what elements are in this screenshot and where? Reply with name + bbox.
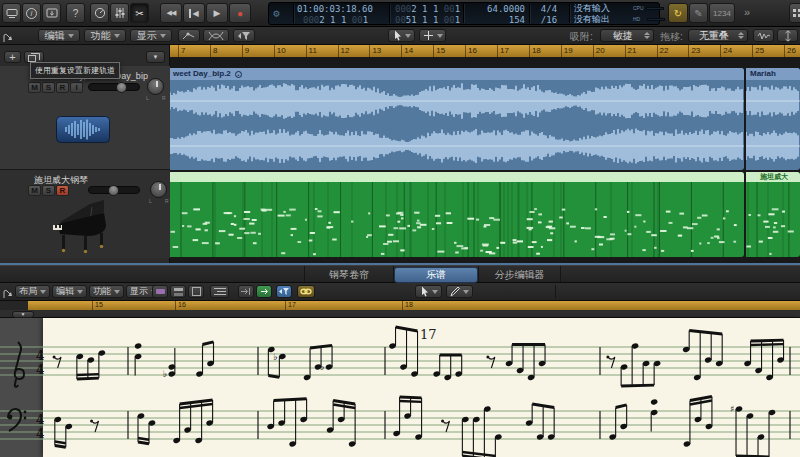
mixer-icon[interactable] — [110, 3, 129, 23]
grand-piano-image — [46, 192, 112, 258]
midi-region-header[interactable] — [170, 172, 744, 182]
display-icon[interactable] — [42, 3, 61, 23]
bar-tick — [285, 301, 286, 310]
rewind-button[interactable]: ◀◀ — [160, 3, 182, 23]
hd-meter: HD — [633, 16, 665, 22]
devices-icon[interactable] — [2, 3, 21, 23]
bar-number: 20 — [596, 46, 605, 55]
midi-region2-header[interactable]: 施坦威大 — [746, 172, 800, 182]
midi-out-icon[interactable] — [256, 285, 272, 298]
menu-functions[interactable]: 功能 — [84, 29, 126, 42]
track1-record-button[interactable]: R — [56, 82, 69, 93]
tab-step-editor[interactable]: 分步编辑器 — [479, 266, 560, 284]
view-page-icon[interactable] — [188, 285, 204, 298]
midi-region[interactable] — [170, 172, 744, 257]
chevrons-more-icon[interactable]: » — [744, 6, 750, 18]
explode-staff-icon[interactable] — [210, 285, 229, 298]
filter-tracks-icon[interactable] — [233, 29, 255, 42]
tuner-icon[interactable] — [90, 3, 109, 23]
tracks-area[interactable]: weet Day_bip.2• Mariah 施坦威大 — [170, 57, 800, 263]
lcd-time-signature[interactable]: 4/4 — [531, 4, 567, 15]
pencil-tool-button[interactable] — [446, 285, 473, 298]
lcd-locator-top[interactable]: 0002 1 1 001 — [395, 4, 461, 15]
record-button[interactable]: ● — [229, 3, 251, 23]
go-to-start-button[interactable]: ◀ — [183, 3, 205, 23]
lcd-smpte-time[interactable]: 01:00:03:18.60 — [297, 4, 387, 15]
track1-solo-button[interactable]: S — [42, 82, 55, 93]
svg-text:♯: ♯ — [730, 404, 734, 414]
track1-header[interactable]: Mariah Carey,...weet Day_bip M S R I LR — [0, 66, 170, 169]
menu-edit[interactable]: 编辑 — [38, 29, 80, 42]
automation-icon[interactable] — [178, 29, 200, 42]
lcd-locator-bottom[interactable]: 0051 1 1 001 — [395, 15, 461, 26]
bar-ruler[interactable]: 7891011121314151617181920212223242526 — [170, 45, 800, 57]
chevron-down-icon — [432, 290, 438, 294]
track-header-options-button[interactable]: ▼ — [146, 51, 165, 63]
midi-notes-preview — [746, 182, 800, 257]
lcd-position[interactable]: 0002 1 1 001 — [303, 15, 387, 26]
crosshair-tool-button[interactable] — [419, 29, 446, 42]
waveform-zoom-icon[interactable] — [753, 29, 774, 42]
tooltip: 使用重复设置新建轨道 — [30, 62, 120, 79]
pointer-tool-button[interactable] — [388, 29, 415, 42]
tab-piano-roll[interactable]: 钢琴卷帘 — [305, 266, 393, 284]
tab-score[interactable]: 乐谱 — [394, 267, 478, 283]
lcd-gear-icon[interactable]: ⚙ — [273, 7, 280, 20]
audio-region-2[interactable]: Mariah — [746, 68, 800, 170]
track2-pan-knob[interactable] — [150, 181, 167, 198]
tools-icon[interactable]: ✂ — [130, 3, 149, 23]
bar-tick — [402, 301, 403, 310]
bar-number: 17 — [288, 301, 296, 308]
audio-region2-header[interactable]: Mariah — [746, 68, 800, 80]
link-icon[interactable] — [297, 285, 315, 298]
view-single-icon[interactable] — [152, 285, 168, 298]
bar-number: 11 — [309, 46, 317, 55]
audio-region[interactable]: weet Day_bip.2• — [170, 68, 744, 170]
menu-view[interactable]: 显示 — [130, 29, 172, 42]
view-linear-icon[interactable] — [170, 285, 186, 298]
help-icon[interactable]: ? — [66, 3, 85, 23]
add-track-button[interactable]: + — [4, 51, 21, 63]
list-editors-button[interactable] — [789, 3, 800, 23]
track1-mute-button[interactable]: M — [28, 82, 41, 93]
autopunch-pencil-button[interactable]: ✎ — [689, 3, 708, 23]
lcd-division[interactable]: /16 — [531, 15, 567, 26]
midi-in-icon[interactable] — [238, 285, 254, 298]
audio-region-header[interactable]: weet Day_bip.2• — [170, 68, 744, 80]
menu-edit[interactable]: 编辑 — [52, 285, 87, 298]
menu-layout[interactable]: 布局 — [15, 285, 50, 298]
crossfade-icon[interactable] — [203, 29, 229, 42]
track1-volume-thumb[interactable] — [116, 82, 127, 93]
track1-input-button[interactable]: I — [70, 82, 83, 93]
snap-select[interactable]: 敏捷 — [600, 29, 654, 42]
score-editor[interactable]: 444417♭♭♭♯ — [0, 318, 800, 457]
track1-pan-knob[interactable] — [147, 78, 164, 95]
drag-select[interactable]: 无重叠 — [688, 29, 748, 42]
bar-tick — [465, 45, 466, 57]
grand-staff: 444417♭♭♭♯ — [0, 318, 800, 457]
bar-number: 17 — [500, 46, 509, 55]
track2-header[interactable]: 施坦威大钢琴 M S R LR — [0, 170, 170, 258]
score-view-options-button[interactable]: ▼ — [12, 311, 34, 318]
lcd-tempo-alt[interactable]: 154 — [465, 15, 525, 26]
lcd-display[interactable]: ⚙ 01:00:03:18.60 0002 1 1 001 0002 1 1 0… — [268, 2, 660, 25]
lcd-midi-in[interactable]: 没有输入 — [574, 3, 610, 14]
pointer-tool-button[interactable] — [415, 285, 442, 298]
bar-number: 21 — [628, 46, 637, 55]
menu-functions[interactable]: 功能 — [89, 285, 124, 298]
audio-waveform — [746, 80, 800, 170]
lcd-midi-out[interactable]: 没有输出 — [574, 14, 610, 25]
midi-region-2[interactable]: 施坦威大 — [746, 172, 800, 257]
track1-volume-fader[interactable] — [88, 83, 140, 91]
bar-number: 7 — [181, 46, 185, 55]
lcd-tempo[interactable]: 64.0000 — [465, 4, 525, 15]
bar-number: 13 — [372, 46, 381, 55]
play-button[interactable]: ▶ — [206, 3, 228, 23]
track2-mute-button[interactable]: M — [28, 185, 41, 196]
quick-help-icon[interactable]: i — [22, 3, 41, 23]
count-in-button[interactable]: 1234 — [709, 3, 735, 23]
score-ruler[interactable]: 15161718 — [28, 301, 800, 310]
event-filter-icon[interactable] — [276, 285, 292, 298]
cycle-button[interactable]: ↻ — [668, 3, 688, 23]
vertical-zoom-icon[interactable] — [777, 29, 798, 42]
